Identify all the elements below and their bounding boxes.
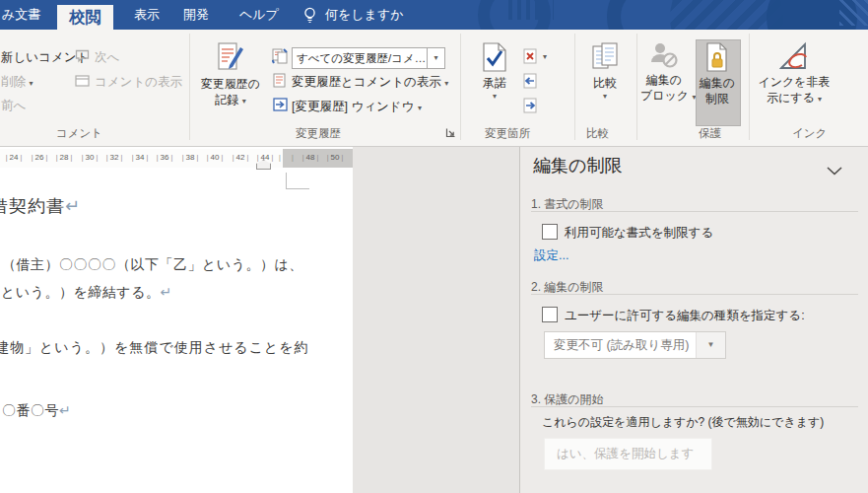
ruler-tick: | <box>292 154 294 161</box>
titlebar-decoration-stripes <box>508 0 554 20</box>
reject-dropdown-arrow[interactable]: ▾ <box>543 52 547 61</box>
pane-collapse-chevron-icon[interactable] <box>827 162 842 179</box>
group-separator <box>574 34 575 140</box>
tell-me-box[interactable]: 何をしますか <box>325 0 404 30</box>
tab-partial-left[interactable]: み文書 <box>2 0 40 30</box>
ruler-number: 50 <box>325 153 345 162</box>
track-changes-icon <box>218 59 244 76</box>
ruler-number: 32 <box>104 153 124 162</box>
editing-type-dropdown[interactable]: 変更不可 (読み取り専用) ▼ <box>544 331 726 359</box>
enforcement-question: これらの設定を適用しますか? (後で無効にできます) <box>542 414 824 431</box>
group-separator <box>636 34 637 140</box>
group-separator <box>189 34 190 140</box>
section-divider <box>531 294 858 295</box>
titlebar-decoration-corner-stripes <box>839 0 868 26</box>
block-authors-icon <box>650 55 678 72</box>
group-separator <box>460 34 461 140</box>
compare-icon <box>592 58 619 75</box>
show-markup-icon <box>273 73 287 92</box>
ruler-number: 38 <box>180 153 200 162</box>
tab-review[interactable]: 校閲 <box>57 5 113 30</box>
ruler-number: 48 <box>300 153 320 162</box>
chevron-down-icon: ▾ <box>583 92 627 101</box>
block-authors-button[interactable]: 編集の ブロック ▾ <box>640 41 688 105</box>
ink-group-label: インク <box>792 126 827 141</box>
pane-title: 編集の制限 <box>533 154 622 177</box>
document-line: （借主）〇〇〇〇（以下「乙」という。）は、 <box>2 256 303 274</box>
document-title-line: 借契約書↵ <box>0 194 81 218</box>
document-line: 建物」という。）を無償で使用させることを約 <box>0 339 309 357</box>
compare-button[interactable]: 比較 ▾ <box>583 42 627 101</box>
previous-comment-button[interactable]: 前へ <box>1 98 26 114</box>
section-divider <box>531 211 858 212</box>
group-separator <box>749 34 750 140</box>
tracking-group-label: 変更履歴 <box>296 126 341 141</box>
ruler-number: 42 <box>231 153 250 162</box>
changes-group-label: 変更箇所 <box>485 126 530 141</box>
ruler-number: 26 <box>30 153 49 162</box>
ribbon: 新しいコメント 削除 ▾ 前へ 次へ コメントの表示 コメント 変更履歴の 記録… <box>0 30 868 147</box>
editing-type-checkbox[interactable] <box>542 307 558 322</box>
reviewing-pane-icon <box>273 98 288 115</box>
comments-group-label: コメント <box>56 126 102 141</box>
next-change-button[interactable] <box>523 98 537 117</box>
dropdown-arrow-icon[interactable]: ▼ <box>696 332 725 358</box>
chevron-down-icon: ▾ <box>242 97 246 106</box>
horizontal-ruler[interactable]: 24 26 28 30 32 34 36 38 40 42 44 | | 48 … <box>0 149 353 168</box>
show-markup-button[interactable]: 変更履歴とコメントの表示 ▾ <box>292 74 448 91</box>
ruler-number: 36 <box>155 153 174 162</box>
ruler-number: 44 <box>255 153 275 162</box>
protect-group-label: 保護 <box>699 126 721 141</box>
chevron-down-icon: ▾ <box>444 79 448 88</box>
accept-button[interactable]: 承諾 ▾ <box>471 42 518 101</box>
limit-formatting-checkbox[interactable] <box>542 224 558 240</box>
return-mark: ↵ <box>160 284 171 300</box>
ruler-number: 24 <box>4 153 24 162</box>
display-for-review-dropdown[interactable]: すべての変更履歴/コメ… <box>292 47 430 69</box>
ruler-number: 34 <box>130 153 150 162</box>
restrict-editing-pane: 編集の制限 1. 書式の制限 利用可能な書式を制限する 設定... 2. 編集の… <box>519 146 868 493</box>
display-for-review-dropdown-arrow[interactable]: ▾ <box>427 47 445 69</box>
next-comment-icon <box>75 49 91 67</box>
chevron-down-icon: ▾ <box>418 104 422 112</box>
ruler-number: 40 <box>205 153 225 162</box>
restrict-editing-icon <box>705 58 729 75</box>
document-line: という。）を締結する。↵ <box>1 284 172 302</box>
chevron-down-icon: ▾ <box>29 79 33 88</box>
hide-ink-button[interactable]: インクを非表 示にする ▾ <box>757 41 832 106</box>
lightbulb-icon <box>302 6 317 28</box>
tab-help[interactable]: ヘルプ <box>239 0 279 30</box>
next-comment-button[interactable]: 次へ <box>95 49 119 66</box>
editing-type-dropdown-value: 変更不可 (読み取り専用) <box>554 337 689 354</box>
return-mark: ↵ <box>59 402 71 418</box>
tracking-dialog-launcher[interactable] <box>445 124 456 142</box>
return-mark: ↵ <box>65 195 81 216</box>
tab-view[interactable]: 表示 <box>134 0 160 30</box>
accept-icon <box>483 58 506 75</box>
reviewing-pane-button[interactable]: [変更履歴] ウィンドウ ▾ <box>292 99 422 115</box>
editing-type-label: ユーザーに許可する編集の種類を指定する: <box>565 308 805 324</box>
formatting-settings-link[interactable]: 設定... <box>534 247 568 264</box>
start-enforcing-protection-button[interactable]: はい、保護を開始します <box>544 438 712 470</box>
ruler-number: 28 <box>54 153 74 162</box>
document-line: 〇番〇号↵ <box>2 402 71 420</box>
chevron-down-icon: ▾ <box>818 95 822 104</box>
reject-button[interactable] <box>523 48 537 68</box>
title-bar: み文書 校閲 表示 開発 ヘルプ 何をしますか <box>0 0 868 30</box>
ruler-number: 30 <box>80 153 100 162</box>
compare-group-label: 比較 <box>586 126 609 141</box>
section-divider <box>531 406 858 407</box>
limit-formatting-label: 利用可能な書式を制限する <box>565 225 713 242</box>
display-for-review-icon <box>272 48 288 68</box>
hide-ink-icon <box>778 57 810 74</box>
track-changes-button[interactable]: 変更履歴の 記録 ▾ <box>197 41 264 108</box>
restrict-editing-button[interactable]: 編集の 制限 <box>696 42 739 106</box>
previous-change-button[interactable] <box>523 73 537 93</box>
chevron-down-icon: ▾ <box>471 92 518 101</box>
document-workspace: 24 26 28 30 32 34 36 38 40 42 44 | | 48 … <box>0 146 868 493</box>
ruler-tick: | <box>279 154 281 161</box>
show-comments-button[interactable]: コメントの表示 <box>95 74 182 91</box>
tab-developer[interactable]: 開発 <box>183 0 209 30</box>
delete-comment-button[interactable]: 削除 ▾ <box>1 74 33 91</box>
show-comments-icon <box>75 74 91 92</box>
